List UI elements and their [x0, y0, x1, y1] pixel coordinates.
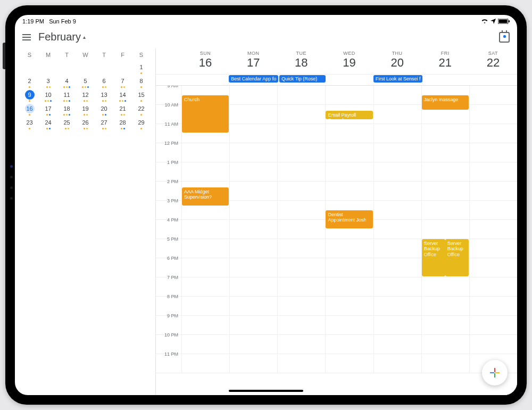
hour-label: 4 PM [156, 217, 181, 236]
day-header[interactable]: FRI21 [421, 48, 469, 74]
allday-cell[interactable] [181, 75, 228, 85]
mini-dow: M [39, 48, 57, 61]
svg-rect-3 [494, 368, 495, 372]
hour-label: 10 PM [156, 332, 181, 351]
week-view: SUN16MON17TUE18WED19THU20FRI21SAT22 Best… [156, 48, 517, 395]
mini-day[interactable]: 20 [95, 103, 113, 117]
mini-dow: T [95, 48, 113, 61]
menu-button[interactable] [22, 34, 31, 40]
mini-day[interactable]: 7 [113, 75, 132, 89]
mini-day[interactable]: 28 [113, 117, 132, 130]
mini-day[interactable]: 6 [95, 75, 113, 89]
svg-rect-2 [509, 20, 510, 22]
hour-label: 8 PM [156, 294, 181, 313]
mini-day[interactable]: 21 [113, 103, 132, 117]
mini-day[interactable]: 11 [57, 89, 76, 103]
mini-day[interactable]: 9 [20, 89, 39, 103]
home-indicator[interactable] [229, 390, 303, 392]
battery-icon [498, 19, 510, 24]
svg-rect-4 [494, 373, 495, 378]
mini-day[interactable]: 5 [76, 75, 95, 89]
caret-up-icon: ▴ [83, 34, 86, 40]
hour-label: 11 AM [156, 121, 181, 140]
allday-event[interactable]: First Look at Sensei f [373, 75, 423, 83]
mini-dow: W [76, 48, 95, 61]
mini-day [20, 61, 39, 75]
mini-day [39, 61, 57, 75]
day-header[interactable]: SUN16 [181, 48, 229, 74]
create-event-button[interactable] [482, 360, 508, 386]
allday-cell[interactable]: Best Calendar App fo [228, 75, 279, 85]
hour-label: 9 PM [156, 313, 181, 332]
hour-label: 3 PM [156, 198, 181, 217]
allday-cell[interactable] [326, 75, 373, 85]
mini-day[interactable]: 12 [76, 89, 95, 103]
mini-dow: T [57, 48, 76, 61]
mini-day [76, 61, 95, 75]
mini-day[interactable]: 25 [57, 117, 76, 130]
day-header[interactable]: SAT22 [469, 48, 517, 74]
day-header[interactable]: MON17 [229, 48, 277, 74]
allday-event[interactable]: Quick Tip (Rose) [279, 75, 325, 83]
today-button[interactable] [499, 32, 510, 43]
status-time: 1:19 PM [22, 18, 44, 24]
mini-day[interactable]: 24 [39, 117, 57, 130]
day-header[interactable]: THU20 [373, 48, 421, 74]
all-day-row: Best Calendar App foQuick Tip (Rose)Firs… [156, 75, 517, 86]
wifi-icon [481, 19, 488, 24]
mini-day[interactable]: 3 [39, 75, 57, 89]
time-grid[interactable]: 9 AM10 AM11 AM12 PM1 PM2 PM3 PM4 PM5 PM6… [156, 86, 517, 395]
mini-day[interactable]: 26 [76, 117, 95, 130]
svg-rect-5 [490, 372, 494, 373]
mini-day[interactable]: 8 [132, 75, 151, 89]
allday-event[interactable]: Best Calendar App fo [229, 75, 278, 83]
mini-dow: F [113, 48, 132, 61]
location-icon [491, 19, 496, 24]
hour-label: 9 AM [156, 86, 181, 102]
allday-cell[interactable] [470, 75, 517, 85]
hour-label: 10 AM [156, 102, 181, 121]
mini-day[interactable]: 15 [132, 89, 151, 103]
day-header[interactable]: TUE18 [277, 48, 325, 74]
calendar-event[interactable]: Server BackupOffice [445, 239, 469, 276]
month-picker[interactable]: February ▴ [38, 31, 86, 43]
mini-day[interactable]: 14 [113, 89, 132, 103]
mini-day[interactable]: 19 [76, 103, 95, 117]
mini-day[interactable]: 1 [132, 61, 151, 75]
mini-day[interactable]: 13 [95, 89, 113, 103]
mini-day[interactable]: 2 [20, 75, 39, 89]
svg-rect-6 [495, 372, 500, 373]
mini-day[interactable]: 16 [20, 103, 39, 117]
mini-dow: S [132, 48, 151, 61]
hour-label: 7 PM [156, 275, 181, 293]
allday-cell[interactable]: First Look at Sensei f [373, 75, 423, 85]
plus-icon [489, 367, 501, 379]
hour-label: 11 PM [156, 351, 181, 370]
svg-rect-1 [499, 20, 508, 23]
mini-day [95, 61, 113, 75]
screen: 1:19 PM Sun Feb 9 February ▴ [15, 15, 517, 395]
allday-cell[interactable]: Quick Tip (Rose) [279, 75, 326, 85]
calendar-event[interactable]: AAA Midget Supervision? [182, 187, 229, 206]
status-date: Sun Feb 9 [49, 18, 76, 24]
hour-label: 12 PM [156, 141, 181, 159]
calendar-event[interactable]: Dentist Appointment Josh [326, 210, 372, 228]
app-header: February ▴ [15, 28, 517, 48]
hour-label: 1 PM [156, 160, 181, 178]
week-header: SUN16MON17TUE18WED19THU20FRI21SAT22 [156, 48, 517, 75]
mini-day[interactable]: 18 [57, 103, 76, 117]
day-header[interactable]: WED19 [325, 48, 373, 74]
mini-day [113, 61, 132, 75]
mini-day[interactable]: 23 [20, 117, 39, 130]
main: SMTWTFS 12345678910111213141516171819202… [15, 48, 517, 395]
mini-day[interactable]: 4 [57, 75, 76, 89]
mini-day[interactable]: 27 [95, 117, 113, 130]
hour-label: 5 PM [156, 236, 181, 255]
hour-label: 6 PM [156, 256, 181, 274]
allday-cell[interactable] [423, 75, 470, 85]
mini-day[interactable]: 10 [39, 89, 57, 103]
mini-day [57, 61, 76, 75]
mini-day[interactable]: 17 [39, 103, 57, 117]
mini-day[interactable]: 29 [132, 117, 151, 130]
mini-day[interactable]: 22 [132, 103, 151, 117]
